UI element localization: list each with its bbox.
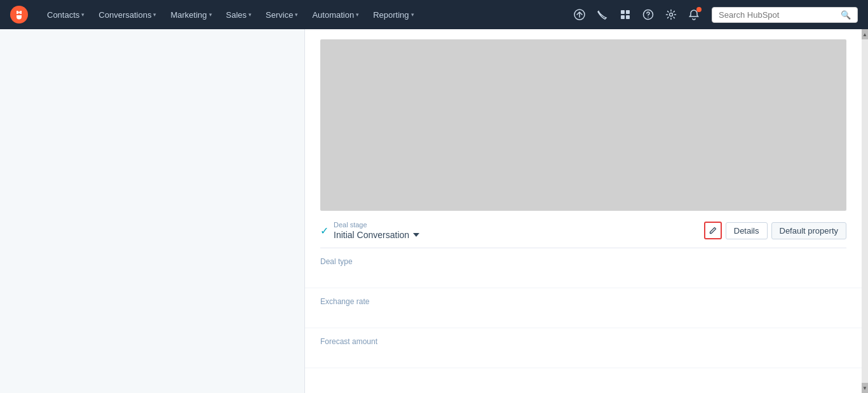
chevron-down-icon: ▾ [153, 11, 156, 18]
notification-badge [696, 7, 702, 12]
deal-stage-section: ✓ Deal stage Initial Conversation Detail… [305, 211, 862, 248]
nav-reporting[interactable]: Reporting ▾ [367, 6, 420, 23]
nav-service[interactable]: Service ▾ [259, 6, 304, 23]
nav-conversations[interactable]: Conversations ▾ [92, 6, 163, 23]
top-navigation: Contacts ▾ Conversations ▾ Marketing ▾ S… [0, 0, 868, 29]
scroll-track [862, 39, 868, 383]
forecast-amount-value [320, 349, 846, 359]
deal-stage-actions: Details Default property [704, 222, 846, 239]
scroll-down-arrow[interactable]: ▼ [862, 383, 868, 393]
svg-rect-6 [626, 15, 630, 19]
svg-rect-3 [621, 10, 625, 14]
exchange-rate-property: Exchange rate [305, 288, 862, 328]
help-icon[interactable] [638, 4, 658, 25]
exchange-rate-value [320, 309, 846, 319]
right-panel: ✓ Deal stage Initial Conversation Detail… [305, 29, 862, 393]
chevron-down-icon: ▾ [209, 11, 212, 18]
nav-marketing[interactable]: Marketing ▾ [164, 6, 218, 23]
deal-stage-value: Initial Conversation [334, 230, 699, 240]
default-property-button[interactable]: Default property [771, 222, 847, 239]
svg-point-9 [670, 13, 673, 17]
forecast-amount-label: Forecast amount [320, 337, 846, 346]
svg-rect-4 [626, 10, 630, 14]
deal-type-property: Deal type [305, 248, 862, 288]
svg-rect-5 [621, 15, 625, 19]
deal-stage-label: Deal stage [334, 221, 699, 229]
forecast-amount-property: Forecast amount [305, 328, 862, 368]
svg-point-1 [18, 11, 20, 13]
search-box[interactable]: 🔍 [712, 7, 858, 23]
chevron-down-icon: ▾ [356, 11, 359, 18]
details-button[interactable]: Details [726, 222, 768, 239]
exchange-rate-label: Exchange rate [320, 297, 846, 306]
deal-type-label: Deal type [320, 257, 846, 266]
chevron-down-icon: ▾ [411, 11, 414, 18]
deal-type-value [320, 269, 846, 279]
nav-automation[interactable]: Automation ▾ [306, 6, 365, 23]
svg-point-8 [648, 17, 649, 18]
nav-right-icons: 🔍 [569, 4, 858, 25]
deal-stage-dropdown-icon[interactable] [413, 233, 419, 237]
chevron-down-icon: ▾ [295, 11, 298, 18]
marketplace-icon[interactable] [615, 4, 635, 25]
hubspot-logo[interactable] [10, 6, 28, 23]
nav-links: Contacts ▾ Conversations ▾ Marketing ▾ S… [41, 6, 569, 23]
page-scrollbar: ▲ ▼ [862, 29, 868, 393]
notifications-icon[interactable] [684, 4, 704, 25]
search-input[interactable] [719, 10, 838, 20]
svg-point-0 [10, 6, 28, 23]
upgrade-icon[interactable] [569, 4, 590, 25]
scroll-up-arrow[interactable]: ▲ [862, 29, 868, 39]
content-image-placeholder [320, 39, 846, 211]
left-panel [0, 29, 305, 393]
deal-stage-checkmark: ✓ [320, 225, 329, 237]
deal-stage-text: Initial Conversation [334, 230, 409, 240]
deal-stage-row: ✓ Deal stage Initial Conversation Detail… [320, 221, 846, 248]
chevron-down-icon: ▾ [81, 11, 85, 18]
deal-stage-info: Deal stage Initial Conversation [334, 221, 699, 240]
calling-icon[interactable] [592, 4, 613, 25]
search-icon: 🔍 [841, 10, 851, 20]
nav-contacts[interactable]: Contacts ▾ [41, 6, 91, 23]
nav-sales[interactable]: Sales ▾ [220, 6, 259, 23]
chevron-down-icon: ▾ [248, 11, 252, 18]
settings-icon[interactable] [661, 4, 681, 25]
main-layout: ✓ Deal stage Initial Conversation Detail… [0, 29, 868, 393]
edit-icon-button[interactable] [704, 222, 722, 239]
